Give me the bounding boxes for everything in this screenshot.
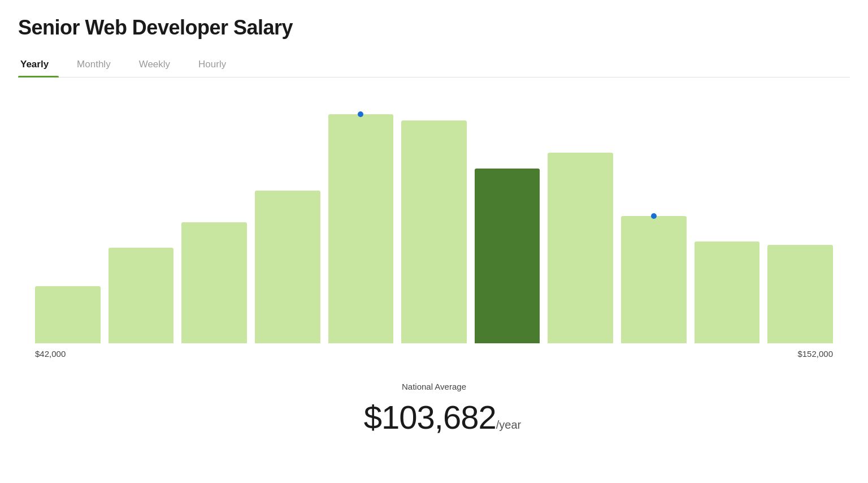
salary-display: $103,682/year (18, 398, 850, 436)
x-axis: $42,000 $152,000 (18, 349, 850, 377)
bar-wrapper (328, 94, 394, 343)
bar-wrapper (401, 94, 467, 343)
national-avg-label: National Average (18, 382, 850, 391)
salary-period: /year (496, 419, 521, 431)
bar-dot (651, 213, 657, 219)
bar[interactable] (548, 153, 613, 343)
bar[interactable] (108, 248, 174, 343)
bar-wrapper (35, 94, 101, 343)
bars-container (18, 94, 850, 343)
chart-wrapper: $42,000 $152,000 National Average $103,6… (18, 94, 850, 436)
tab-monthly[interactable]: Monthly (75, 53, 121, 77)
bar-wrapper (475, 94, 540, 343)
bar[interactable] (35, 286, 101, 343)
national-avg-container: National Average (18, 382, 850, 391)
bar[interactable] (621, 216, 687, 343)
bar-wrapper (767, 94, 833, 343)
tab-bar: Yearly Monthly Weekly Hourly (18, 53, 850, 77)
tab-yearly[interactable]: Yearly (18, 53, 59, 77)
bar-wrapper (181, 94, 247, 343)
bar-selected[interactable] (475, 169, 540, 343)
bar[interactable] (255, 191, 320, 343)
bar-wrapper (548, 94, 613, 343)
x-label-right: $152,000 (797, 349, 833, 359)
bar[interactable] (695, 241, 760, 343)
bar[interactable] (328, 114, 394, 343)
bar-wrapper (621, 94, 687, 343)
bar-wrapper (255, 94, 320, 343)
x-label-left: $42,000 (35, 349, 66, 359)
bar-dot (358, 111, 363, 117)
salary-amount: $103,682 (364, 399, 496, 435)
page-title: Senior Web Developer Salary (18, 16, 850, 40)
bar-wrapper (108, 94, 174, 343)
bar-wrapper (695, 94, 760, 343)
bar[interactable] (401, 120, 467, 343)
bar[interactable] (181, 222, 247, 343)
tab-weekly[interactable]: Weekly (137, 53, 180, 77)
bar[interactable] (767, 245, 833, 343)
tab-hourly[interactable]: Hourly (196, 53, 236, 77)
